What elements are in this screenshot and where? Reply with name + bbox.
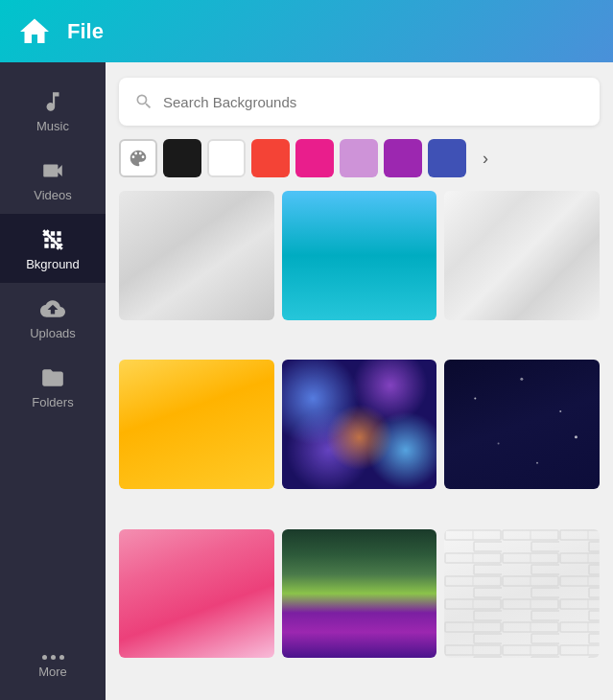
- svg-point-2: [560, 410, 562, 412]
- color-filter-black[interactable]: [163, 139, 201, 177]
- background-teal[interactable]: [282, 191, 437, 320]
- svg-point-4: [575, 436, 578, 439]
- background-crumpled[interactable]: [119, 191, 274, 320]
- sidebar-item-folders[interactable]: Folders: [0, 352, 106, 421]
- svg-rect-9: [444, 529, 600, 659]
- search-bar[interactable]: [119, 78, 600, 126]
- upload-icon: [40, 296, 65, 321]
- sidebar-label-music: Music: [36, 119, 69, 133]
- background-smoke[interactable]: [282, 529, 437, 659]
- brick-pattern: [444, 529, 600, 659]
- background-yellow[interactable]: [119, 360, 274, 489]
- content-area: ›: [106, 62, 613, 700]
- color-filter-pink[interactable]: [295, 139, 334, 177]
- color-filter-row: ›: [119, 139, 600, 177]
- color-filter-white[interactable]: [207, 139, 246, 177]
- svg-point-3: [498, 443, 500, 445]
- sidebar-label-uploads: Uploads: [30, 326, 76, 340]
- background-pink-fur[interactable]: [119, 529, 274, 659]
- color-filter-purple[interactable]: [384, 139, 422, 177]
- background-marble[interactable]: [444, 191, 600, 320]
- sidebar-item-videos[interactable]: Videos: [0, 145, 106, 214]
- svg-point-0: [475, 398, 477, 400]
- header-title: File: [67, 19, 104, 44]
- palette-filter-button[interactable]: [119, 139, 157, 177]
- color-filter-light-purple[interactable]: [340, 139, 378, 177]
- sidebar-item-music[interactable]: Music: [0, 76, 106, 145]
- sidebar-label-more: More: [38, 665, 67, 679]
- music-icon: [40, 89, 65, 114]
- svg-point-5: [536, 462, 538, 464]
- sidebar-label-folders: Folders: [32, 395, 73, 409]
- video-icon: [40, 158, 65, 183]
- stars-decoration: [444, 360, 600, 489]
- background-brick[interactable]: [444, 529, 600, 659]
- palette-icon: [128, 148, 149, 169]
- app-header: File: [0, 0, 613, 62]
- sidebar-item-more[interactable]: More: [0, 638, 106, 700]
- search-input[interactable]: [163, 94, 584, 110]
- sidebar-label-background: Bkground: [26, 257, 80, 271]
- sidebar-item-background[interactable]: Bkground: [0, 214, 106, 283]
- backgrounds-grid: [119, 191, 600, 690]
- sidebar: Music Videos Bkground Uploads: [0, 62, 106, 700]
- sidebar-item-uploads[interactable]: Uploads: [0, 283, 106, 352]
- folder-icon: [40, 365, 65, 390]
- color-filter-next-button[interactable]: ›: [472, 139, 499, 177]
- color-filter-blue[interactable]: [428, 139, 466, 177]
- sidebar-label-videos: Videos: [34, 188, 72, 202]
- background-icon: [40, 227, 65, 252]
- background-darkspace[interactable]: [444, 360, 600, 489]
- home-icon[interactable]: [17, 14, 52, 49]
- color-filter-red[interactable]: [251, 139, 290, 177]
- more-dots-icon: [42, 655, 64, 660]
- search-icon: [134, 92, 153, 111]
- background-bokeh[interactable]: [282, 360, 437, 489]
- main-body: Music Videos Bkground Uploads: [0, 62, 613, 700]
- svg-point-1: [521, 378, 524, 381]
